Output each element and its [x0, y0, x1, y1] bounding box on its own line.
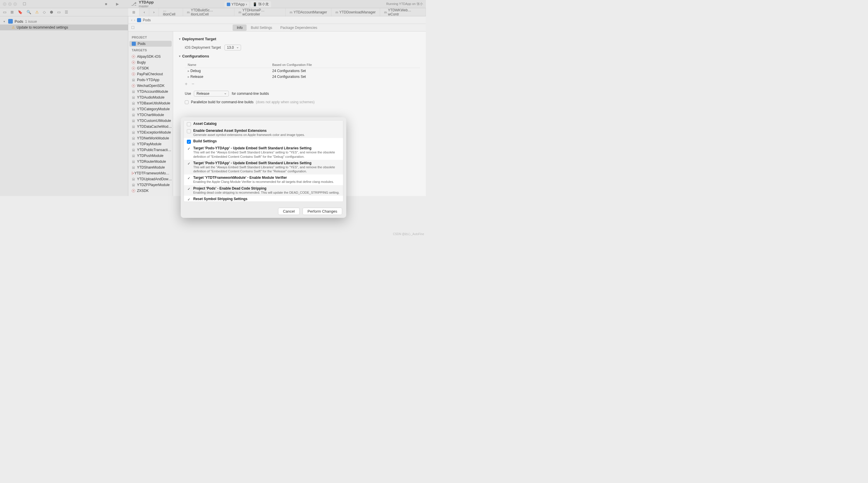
checkmark-icon[interactable]: ✓: [187, 162, 191, 166]
tab-package-deps[interactable]: Package Dependencies: [276, 25, 321, 31]
target-item[interactable]: 🏛YTDChartModule: [129, 112, 172, 118]
scheme-selector[interactable]: YTDApp ›: [224, 2, 249, 7]
deployment-section[interactable]: ▾ Deployment Target: [179, 34, 420, 44]
based-column: Based on Configuration File: [272, 63, 420, 66]
target-item[interactable]: 🏛YTDNetWorkModule: [129, 135, 172, 141]
target-item[interactable]: 🏛YTDExceptionModule: [129, 130, 172, 135]
target-item[interactable]: Bugly: [129, 59, 172, 65]
target-item[interactable]: PayPalCheckout: [129, 71, 172, 77]
parallelize-checkbox[interactable]: [185, 100, 189, 104]
target-item[interactable]: GTSDK: [129, 65, 172, 71]
use-suffix: for command-line builds: [232, 92, 269, 96]
zoom-window[interactable]: [13, 2, 17, 6]
use-config-dropdown[interactable]: Release: [194, 91, 229, 96]
config-row[interactable]: ▸ Debug24 Configurations Set: [185, 68, 420, 74]
disclosure-icon[interactable]: ▸: [188, 75, 189, 79]
target-item[interactable]: YTDTFrameworkMo…: [129, 170, 172, 176]
run-button-icon[interactable]: ▶: [116, 2, 119, 6]
target-item[interactable]: 🏛YTDCategoryModule: [129, 106, 172, 112]
config-row[interactable]: ▸ Release24 Configurations Set: [185, 74, 420, 80]
m-icon: m: [336, 10, 338, 14]
checkmark-icon[interactable]: ✓: [187, 187, 191, 191]
target-item[interactable]: 🏛YTDBaseUtilsModule: [129, 100, 172, 106]
checkmark-icon[interactable]: ✓: [187, 176, 191, 180]
reports-icon[interactable]: ☰: [65, 10, 68, 14]
target-item[interactable]: 🏛YTDCustomUIModule: [129, 118, 172, 124]
sidebar-toggle-icon[interactable]: ☐: [23, 2, 26, 6]
setting-row[interactable]: ✓Build Settings: [184, 138, 343, 145]
config-based: 24 Configurations Set: [272, 75, 420, 79]
close-window[interactable]: [3, 2, 6, 6]
setting-row[interactable]: ✓Reset Symbol Stripping Settings: [184, 196, 343, 202]
project-group[interactable]: ▾ Pods 1 issue: [0, 18, 128, 25]
stop-button-icon[interactable]: ■: [105, 2, 107, 6]
framework-icon: 🏛: [132, 113, 135, 117]
framework-icon: 🏛: [132, 125, 135, 128]
target-label: PayPalCheckout: [137, 72, 163, 76]
search-icon[interactable]: 🔍: [27, 10, 31, 14]
deployment-target-dropdown[interactable]: 13.0: [224, 45, 241, 51]
setting-row[interactable]: ✓Target 'Pods-YTDApp' - Update Embed Swi…: [184, 145, 343, 160]
tab-itioncell[interactable]: …itionCell: [159, 8, 183, 16]
tab-homep[interactable]: mYTDHomeP…wController: [234, 8, 286, 16]
breakpoints-icon[interactable]: ▭: [57, 10, 61, 14]
project-item[interactable]: Pods: [129, 41, 172, 47]
nav-fwd-icon[interactable]: ›: [134, 18, 135, 22]
setting-row[interactable]: Enable Generated Asset Symbol Extensions…: [184, 127, 343, 138]
perform-changes-button[interactable]: Perform Changes: [303, 208, 342, 215]
remove-config-icon[interactable]: −: [191, 81, 194, 87]
target-item[interactable]: 🏛YTDDataCacheMod…: [129, 124, 172, 130]
issues-icon[interactable]: ⚠: [35, 10, 39, 14]
target-item[interactable]: 🏛YTDUploadAndDow…: [129, 176, 172, 182]
device-icon: 📱: [253, 2, 257, 6]
target-item[interactable]: 🏛YTDPushModule: [129, 153, 172, 159]
tab-wkweb[interactable]: mYTDWKWeb…wContr: [380, 8, 426, 16]
minimize-window[interactable]: [8, 2, 12, 6]
target-item[interactable]: 🏛Pods-YTDApp: [129, 77, 172, 83]
folder-icon[interactable]: ▭: [3, 10, 6, 14]
target-item[interactable]: 🏛YTDRouterModule: [129, 159, 172, 165]
target-item[interactable]: 🏛YTDPublicTransacti…: [129, 147, 172, 153]
target-item[interactable]: ZXSDK: [129, 188, 172, 194]
configurations-section[interactable]: ▾ Configurations: [179, 52, 420, 61]
nav-back[interactable]: ‹: [140, 8, 149, 16]
setting-row[interactable]: ✓Project 'Pods' - Enable Dead Code Strip…: [184, 185, 343, 196]
tab-build-settings[interactable]: Build Settings: [247, 25, 276, 31]
target-item[interactable]: 🏛YTDAudioModule: [129, 94, 172, 100]
device-selector[interactable]: 📱 张小龙: [250, 1, 271, 7]
checkbox-checked[interactable]: ✓: [187, 140, 191, 144]
disclosure-icon[interactable]: ▾: [179, 55, 180, 58]
target-item[interactable]: 🏛YTDShareModule: [129, 165, 172, 170]
debug-icon[interactable]: ⬢: [50, 10, 53, 14]
target-item[interactable]: WechatOpenSDK: [129, 83, 172, 89]
setting-row[interactable]: Asset Catalog: [184, 120, 343, 127]
add-config-icon[interactable]: +: [185, 81, 187, 87]
setting-row[interactable]: ✓Target 'YTDTFrameworkModule' - Enable M…: [184, 174, 343, 185]
disclosure-icon[interactable]: ▾: [179, 37, 180, 40]
cancel-button[interactable]: Cancel: [278, 208, 300, 215]
target-item[interactable]: 🏛YTDZFPlayerModule: [129, 182, 172, 188]
setting-row[interactable]: ✓Target 'Pods-YTDApp' - Update Embed Swi…: [184, 160, 343, 175]
target-item[interactable]: 🏛YTDAccountModule: [129, 89, 172, 94]
sidebar-toggle-icon[interactable]: ☐: [131, 25, 135, 30]
bookmark-icon[interactable]: 🔖: [18, 10, 23, 14]
issue-item[interactable]: ⚠ Update to recommended settings: [0, 25, 128, 30]
checkmark-icon[interactable]: ✓: [187, 147, 191, 151]
tab-buildsc[interactable]: mYTDBuildSc…itionListCell: [183, 8, 235, 16]
disclosure-icon[interactable]: ▸: [188, 69, 189, 73]
source-control-icon[interactable]: ⊠: [10, 10, 14, 14]
target-item[interactable]: 🏛YTDPayModule: [129, 141, 172, 147]
nav-forward[interactable]: ›: [149, 8, 159, 16]
tab-info[interactable]: Info: [232, 25, 247, 31]
nav-back-icon[interactable]: ‹: [131, 18, 132, 22]
checkbox-empty[interactable]: [187, 129, 191, 133]
disclosure-icon[interactable]: ▾: [3, 20, 6, 23]
tab-account[interactable]: mYTDAccountManager: [286, 8, 332, 16]
checkmark-icon[interactable]: ✓: [187, 197, 191, 202]
target-item[interactable]: AlipaySDK-iOS: [129, 54, 172, 59]
tab-pods-project[interactable]: ⊞: [128, 8, 140, 16]
tab-download[interactable]: mYTDDownloadManager: [332, 8, 380, 16]
tests-icon[interactable]: ◇: [43, 10, 46, 14]
breadcrumb-item[interactable]: Pods: [143, 18, 151, 22]
checkbox-empty[interactable]: [187, 122, 191, 126]
